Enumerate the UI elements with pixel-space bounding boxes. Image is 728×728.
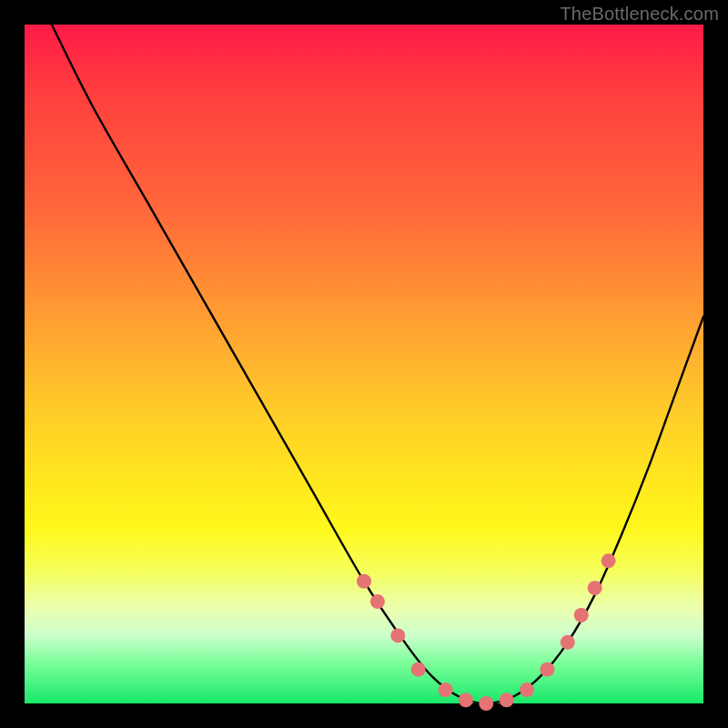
highlight-marker (574, 608, 589, 622)
highlight-marker (479, 696, 493, 711)
chart-frame: TheBottleneck.com (0, 0, 728, 728)
highlight-marker (370, 594, 385, 609)
highlight-marker (500, 693, 514, 707)
watermark-label: TheBottleneck.com (560, 4, 719, 25)
chart-overlay-svg (25, 25, 703, 703)
highlight-marker (588, 581, 602, 595)
highlight-marker (561, 635, 575, 650)
highlight-marker (459, 693, 473, 707)
highlight-marker (357, 574, 371, 589)
highlight-marker (602, 553, 616, 568)
highlight-marker (411, 662, 426, 677)
highlighted-points-group (357, 553, 616, 711)
highlight-marker (540, 662, 554, 677)
highlight-marker (439, 682, 453, 697)
highlight-marker (390, 628, 405, 642)
highlight-marker (520, 682, 534, 697)
